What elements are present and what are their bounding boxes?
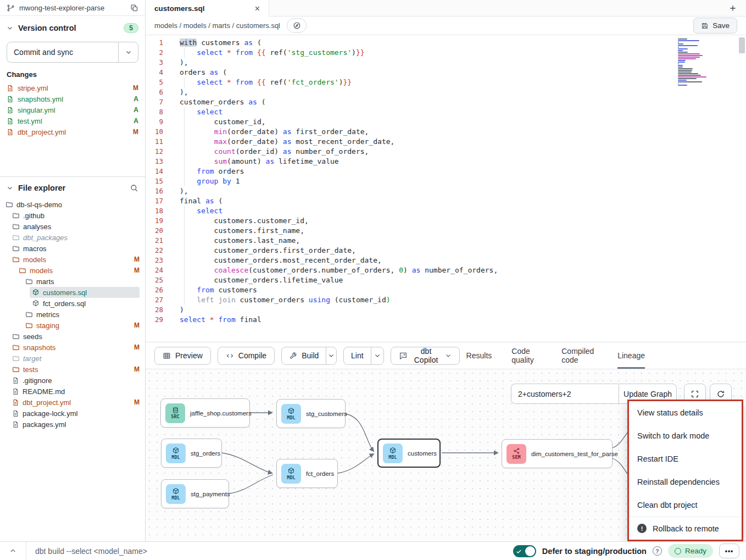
preview-button[interactable]: Preview [154, 347, 211, 365]
help-icon[interactable]: ? [653, 546, 662, 556]
expand-command-bar-button[interactable] [0, 542, 26, 560]
tree-item-content: db-sl-qs-demo [3, 199, 140, 210]
search-icon[interactable] [130, 184, 138, 192]
line-number: 28 [146, 305, 166, 315]
tree-item-staging[interactable]: stagingM [0, 320, 145, 331]
tree-item-models[interactable]: modelsM [0, 254, 145, 265]
code-line: 8 select [146, 107, 746, 117]
tab-results[interactable]: Results [466, 342, 492, 369]
change-row[interactable]: snapshots.ymlA [7, 93, 138, 104]
line-content: max(order_date) as most_recent_order_dat… [180, 137, 394, 147]
lint-options-caret[interactable] [371, 347, 383, 364]
tree-item-label: .github [23, 212, 44, 220]
tab-code-quality[interactable]: Code quality [511, 342, 542, 369]
menu-item-reinstall-dependencies[interactable]: Reinstall dependencies [629, 470, 742, 494]
lineage-node-customers[interactable]: MDLcustomers [377, 439, 441, 468]
lineage-node-stg-orders[interactable]: MDLstg_orders [161, 439, 222, 468]
tree-item-db-sl-qs-demo[interactable]: db-sl-qs-demo [0, 199, 145, 210]
save-button[interactable]: Save [693, 18, 737, 34]
status-bar: dbt build --select <model_name> Defer to… [0, 541, 746, 560]
tree-item-dbt-project-yml[interactable]: dbt_project.ymlM [0, 397, 145, 408]
change-status: M [133, 84, 138, 92]
tree-item-customers-sql[interactable]: customers.sql [0, 287, 145, 298]
tree-item--gitignore[interactable]: .gitignore [0, 375, 145, 386]
tree-item-tests[interactable]: testsM [0, 364, 145, 375]
change-row[interactable]: singular.ymlA [7, 104, 138, 115]
tab-lineage[interactable]: Lineage [617, 342, 645, 369]
file-explorer-header[interactable]: File explorer [0, 178, 145, 199]
change-row[interactable]: test.ymlA [7, 115, 138, 126]
tree-item-macros[interactable]: macros [0, 243, 145, 254]
version-control-header[interactable]: Version control 5 [7, 16, 138, 38]
code-icon [226, 352, 234, 360]
file-explorer-section: File explorer db-sl-qs-demo.githubanalys… [0, 176, 145, 541]
tree-item-content: .gitignore [10, 375, 140, 386]
line-content: count(order_id) as number_of_orders, [180, 147, 369, 157]
scrollbar-thumb[interactable] [739, 37, 745, 53]
copy-icon[interactable] [130, 4, 138, 12]
new-tab-button[interactable] [720, 0, 746, 16]
lineage-node-dim-customers-test-for-parse[interactable]: SEMdim_customers_test_for_parse [502, 439, 613, 468]
tab-compiled-code[interactable]: Compiled code [561, 342, 598, 369]
build-button[interactable]: Build [281, 347, 337, 365]
tree-item-target[interactable]: target [0, 353, 145, 364]
branch-selector[interactable]: mwong-test-explorer-parse [0, 0, 145, 16]
version-control-section: Version control 5 Commit and sync Change… [0, 16, 145, 176]
tree-item-content: fct_orders.sql [30, 298, 140, 309]
tree-item-dbt-packages[interactable]: dbt_packages [0, 232, 145, 243]
build-options-caret[interactable] [326, 347, 336, 364]
tree-item-fct-orders-sql[interactable]: fct_orders.sql [0, 298, 145, 309]
tree-item-snapshots[interactable]: snapshotsM [0, 342, 145, 353]
change-row[interactable]: stripe.ymlM [7, 82, 138, 93]
menu-item-view-status-details[interactable]: View status details [629, 401, 742, 424]
menu-item-rollback-to-remote[interactable]: !Rollback to remote [629, 517, 742, 540]
tree-item-readme-md[interactable]: README.md [0, 386, 145, 397]
lint-button[interactable]: Lint [343, 347, 384, 365]
commit-and-sync-button[interactable]: Commit and sync [7, 42, 138, 63]
command-input[interactable]: dbt build --select <model_name> [35, 547, 147, 556]
change-row[interactable]: dbt_project.ymlM [7, 126, 138, 137]
line-content: customer_id, [180, 117, 266, 127]
more-options-button[interactable]: ••• [719, 544, 739, 558]
line-number: 7 [146, 97, 166, 107]
minimap [678, 38, 710, 86]
defer-toggle[interactable] [513, 545, 536, 557]
lineage-node-jaffle-shop-customers[interactable]: SRCjaffle_shop.customers [160, 398, 250, 428]
lineage-node-fct-orders[interactable]: MDLfct_orders [276, 459, 338, 488]
editor-tab-bar: customers.sql [146, 0, 746, 16]
code-editor[interactable]: 1with customers as (2 select * from {{ r… [146, 35, 746, 342]
status-right-group: Defer to staging/production ? Ready ••• [513, 544, 746, 558]
dbt-copilot-button[interactable]: dbt Copilot [391, 347, 460, 365]
compass-icon[interactable] [287, 18, 307, 33]
tree-item-marts[interactable]: marts [0, 276, 145, 287]
close-icon[interactable] [254, 5, 261, 12]
change-status: A [133, 117, 138, 125]
tree-item-content: dbt_project.yml [10, 397, 134, 408]
menu-item-clean-dbt-project[interactable]: Clean dbt project [629, 494, 742, 517]
commit-options-caret[interactable] [118, 42, 138, 62]
menu-item-label: Clean dbt project [637, 501, 698, 509]
code-line: 20 customers.first_name, [146, 226, 746, 236]
tree-item-package-lock-yml[interactable]: package-lock.yml [0, 408, 145, 419]
file-icon [12, 377, 19, 384]
line-number: 6 [146, 87, 166, 97]
node-label: dim_customers_test_for_parse [531, 451, 618, 457]
tree-item--github[interactable]: .github [0, 210, 145, 221]
menu-item-restart-ide[interactable]: Restart IDE [629, 447, 742, 470]
tree-item-metrics[interactable]: metrics [0, 309, 145, 320]
lineage-node-stg-payments[interactable]: MDLstg_payments [161, 479, 229, 508]
tree-item-models[interactable]: modelsM [0, 265, 145, 276]
lineage-node-stg-customers[interactable]: MDLstg_customers [276, 399, 346, 428]
file-icon [12, 421, 19, 428]
tree-item-packages-yml[interactable]: packages.yml [0, 419, 145, 430]
tab-customers-sql[interactable]: customers.sql [146, 0, 269, 16]
lineage-filter-input[interactable] [511, 384, 619, 404]
line-number: 4 [146, 68, 166, 77]
tree-item-analyses[interactable]: analyses [0, 221, 145, 232]
menu-item-switch-to-dark-mode[interactable]: Switch to dark mode [629, 424, 742, 447]
line-number: 27 [146, 295, 166, 305]
lineage-edge [229, 475, 273, 494]
tree-item-seeds[interactable]: seeds [0, 331, 145, 342]
folder-icon [19, 267, 26, 274]
compile-button[interactable]: Compile [218, 347, 275, 365]
